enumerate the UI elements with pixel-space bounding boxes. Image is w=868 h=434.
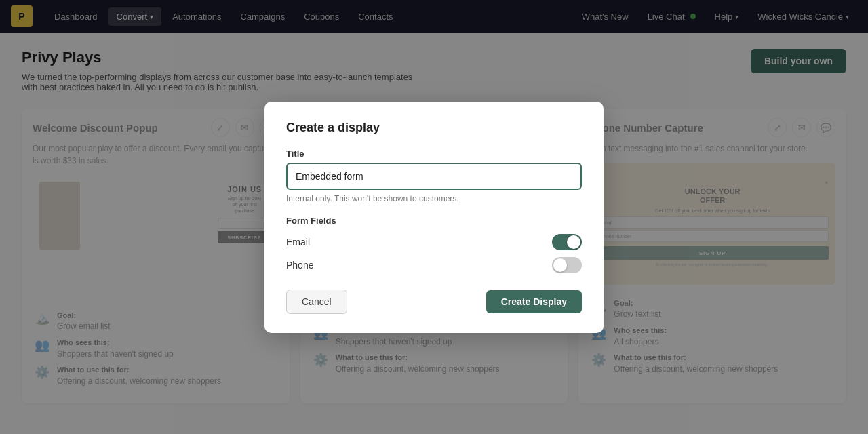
email-toggle-row: Email (286, 234, 582, 250)
phone-toggle-knob (553, 258, 567, 272)
email-toggle-knob (567, 235, 580, 249)
title-label: Title (286, 149, 582, 159)
phone-toggle[interactable] (552, 257, 582, 273)
phone-toggle-row: Phone (286, 257, 582, 273)
form-fields-title: Form Fields (286, 216, 582, 226)
cancel-button[interactable]: Cancel (286, 290, 347, 314)
modal-title: Create a display (286, 121, 582, 135)
phone-field-label: Phone (286, 260, 313, 271)
modal-actions: Cancel Create Display (286, 290, 582, 314)
email-field-label: Email (286, 237, 310, 248)
form-hint: Internal only. This won't be shown to cu… (286, 194, 582, 203)
create-display-modal: Create a display Title Internal only. Th… (264, 102, 604, 333)
title-input[interactable] (286, 163, 582, 190)
email-toggle[interactable] (552, 234, 582, 250)
modal-overlay: Create a display Title Internal only. Th… (0, 0, 868, 434)
create-display-button[interactable]: Create Display (486, 290, 582, 313)
